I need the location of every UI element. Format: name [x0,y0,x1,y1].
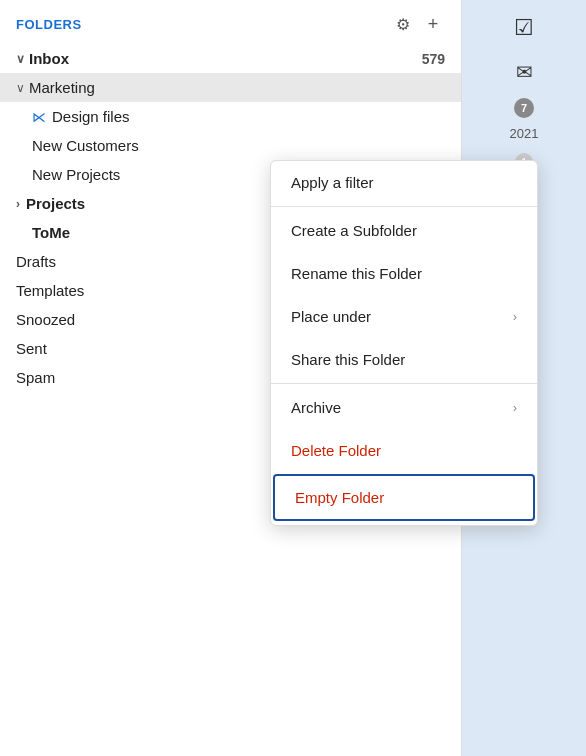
menu-item-apply-filter[interactable]: Apply a filter [271,161,537,204]
context-menu: Apply a filter Create a Subfolder Rename… [270,160,538,526]
sidebar-header: FOLDERS ⚙ + [0,0,461,44]
main-container: FOLDERS ⚙ + ∨ Inbox 579 ∨ Marketing ⋉ De [0,0,586,756]
menu-item-label: Archive [291,399,341,416]
menu-item-label: Rename this Folder [291,265,422,282]
menu-item-create-subfolder[interactable]: Create a Subfolder [271,209,537,252]
gear-button[interactable]: ⚙ [391,12,415,36]
folder-label: Templates [16,282,84,299]
menu-item-label: Empty Folder [295,489,384,506]
menu-item-place-under[interactable]: Place under › [271,295,537,338]
folder-label: Drafts [16,253,56,270]
gear-icon: ⚙ [396,15,410,34]
folder-label: ToMe [32,224,70,241]
inbox-badge: 579 [422,51,445,67]
folder-label: Projects [26,195,85,212]
menu-item-archive[interactable]: Archive › [271,386,537,429]
folders-title: FOLDERS [16,17,82,32]
add-icon: + [428,14,439,35]
check-icon: ☑ [514,15,534,41]
folder-item-inbox[interactable]: ∨ Inbox 579 [0,44,461,73]
submenu-chevron-icon: › [513,309,517,324]
menu-item-empty-folder[interactable]: Empty Folder [273,474,535,521]
folder-label: New Customers [32,137,139,154]
folder-label: Sent [16,340,47,357]
menu-item-share-folder[interactable]: Share this Folder [271,338,537,381]
folder-label: Snoozed [16,311,75,328]
menu-item-label: Apply a filter [291,174,374,191]
folder-item-design-files[interactable]: ⋉ Design files [0,102,461,131]
chevron-icon: ∨ [16,52,25,66]
menu-item-label: Share this Folder [291,351,405,368]
folder-item-new-customers[interactable]: New Customers [0,131,461,160]
folder-label: Inbox [29,50,69,67]
menu-item-rename-folder[interactable]: Rename this Folder [271,252,537,295]
count-badge: 7 [514,98,534,118]
folder-label: Marketing [29,79,95,96]
header-icons: ⚙ + [391,12,445,36]
menu-item-label: Delete Folder [291,442,381,459]
folder-label: Spam [16,369,55,386]
chevron-icon: ∨ [16,81,25,95]
envelope-icon: ✉ [516,60,533,84]
menu-divider-2 [271,383,537,384]
share-icon: ⋉ [32,109,46,125]
checkbox-icon-button[interactable]: ☑ [504,8,544,48]
folder-item-marketing[interactable]: ∨ Marketing [0,73,461,102]
menu-divider-1 [271,206,537,207]
year-label: 2021 [510,126,539,141]
chevron-icon: › [16,197,20,211]
folder-label: Design files [52,108,130,125]
envelope-icon-button[interactable]: ✉ [504,52,544,92]
menu-item-label: Create a Subfolder [291,222,417,239]
submenu-chevron-icon-2: › [513,400,517,415]
menu-item-label: Place under [291,308,371,325]
folder-label: New Projects [32,166,120,183]
add-folder-button[interactable]: + [421,12,445,36]
menu-item-delete-folder[interactable]: Delete Folder [271,429,537,472]
